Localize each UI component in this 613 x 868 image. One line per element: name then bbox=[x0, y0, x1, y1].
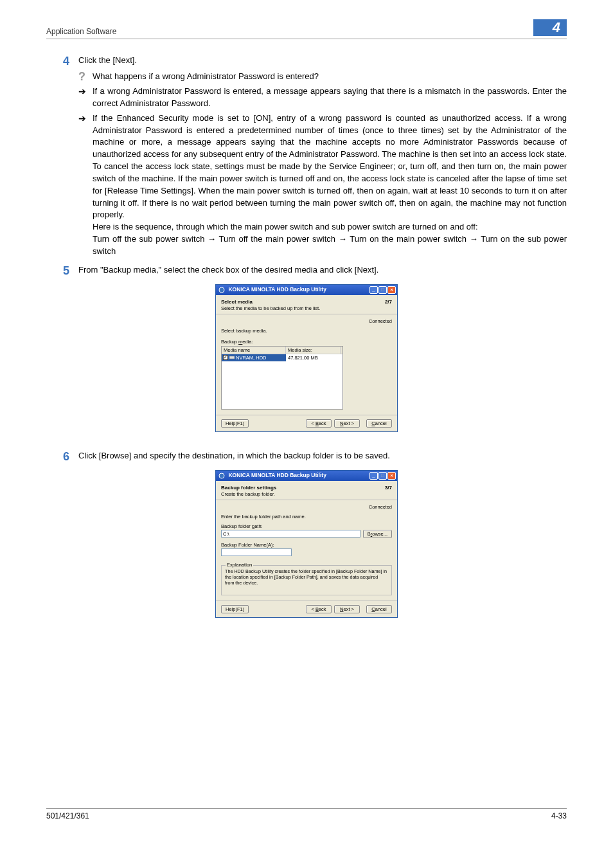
folder-name-input[interactable] bbox=[221, 548, 292, 556]
dialog-subheading: Create the backup folder. bbox=[221, 491, 276, 497]
svg-point-2 bbox=[219, 473, 224, 478]
svg-rect-1 bbox=[229, 356, 235, 359]
next-button[interactable]: Next > bbox=[334, 419, 360, 428]
connected-status: Connected bbox=[221, 318, 392, 324]
step-number: 6 bbox=[63, 450, 69, 463]
select-media-label: Select backup media. bbox=[221, 328, 392, 334]
step-5: 5 From "Backup media," select the check … bbox=[46, 264, 567, 278]
window-title: KONICA MINOLTA HDD Backup Utility bbox=[228, 286, 326, 293]
path-input[interactable]: C:\ bbox=[221, 530, 360, 538]
explanation-legend: Explanation bbox=[226, 562, 253, 568]
cancel-button[interactable]: Cancel bbox=[366, 605, 392, 613]
explanation-fieldset: Explanation The HDD Backup Utility creat… bbox=[221, 565, 392, 595]
answer-text-1: If a wrong Administrator Password is ent… bbox=[93, 86, 567, 110]
explanation-text: The HDD Backup Utility creates the folde… bbox=[225, 568, 388, 586]
step-number: 5 bbox=[63, 264, 69, 277]
path-label: Backup folder path: bbox=[221, 523, 392, 529]
dialog-subheading: Select the media to be backed up from th… bbox=[221, 305, 320, 311]
close-button[interactable]: × bbox=[387, 472, 396, 480]
dialog-heading: Select media bbox=[221, 299, 320, 305]
svg-point-0 bbox=[219, 287, 224, 293]
question-text: What happens if a wrong Administrator Pa… bbox=[93, 71, 567, 83]
question-icon: ? bbox=[78, 70, 85, 83]
folder-name-label: Backup Folder Name(A): bbox=[221, 542, 392, 548]
help-button[interactable]: Help(F1) bbox=[221, 605, 249, 613]
dialog-select-media: KONICA MINOLTA HDD Backup Utility _ □ × … bbox=[215, 284, 398, 432]
titlebar: KONICA MINOLTA HDD Backup Utility _ □ × bbox=[216, 471, 397, 481]
section-title: Application Software bbox=[46, 27, 116, 36]
step-number: 4 bbox=[63, 55, 69, 68]
page-footer: 501/421/361 4-33 bbox=[46, 808, 567, 820]
step-4: 4 Click the [Next]. bbox=[46, 55, 567, 68]
answer-row-1: ➔ If a wrong Administrator Password is e… bbox=[46, 86, 567, 110]
help-button[interactable]: Help(F1) bbox=[221, 419, 249, 428]
enter-path-label: Enter the backup folder path and name. bbox=[221, 514, 392, 520]
back-button[interactable]: < Back bbox=[306, 605, 332, 613]
app-icon bbox=[218, 473, 225, 479]
connected-status: Connected bbox=[221, 504, 392, 510]
app-icon bbox=[218, 287, 225, 293]
answer-text-2: If the Enhanced Security mode is set to … bbox=[93, 113, 567, 258]
arrow-icon: ➔ bbox=[78, 113, 86, 123]
step-text: Click the [Next]. bbox=[78, 55, 567, 67]
drive-icon bbox=[229, 355, 235, 360]
media-size: 47,821.00 MB bbox=[286, 354, 320, 361]
browse-button[interactable]: Browse... bbox=[363, 530, 392, 538]
media-row[interactable]: ✓ NVRAM, HDD 47,821.00 MB bbox=[222, 354, 342, 409]
footer-right: 4-33 bbox=[551, 811, 567, 820]
back-button[interactable]: < Back bbox=[306, 419, 332, 428]
column-media-name: Media name bbox=[222, 347, 286, 354]
minimize-button[interactable]: _ bbox=[369, 286, 378, 294]
footer-left: 501/421/361 bbox=[46, 811, 89, 820]
answer-row-2: ➔ If the Enhanced Security mode is set t… bbox=[46, 113, 567, 258]
chapter-number: 4 bbox=[533, 19, 567, 36]
page-indicator: 3/7 bbox=[385, 485, 392, 497]
media-name: NVRAM, HDD bbox=[236, 355, 267, 361]
window-title: KONICA MINOLTA HDD Backup Utility bbox=[228, 472, 326, 478]
close-button[interactable]: × bbox=[387, 286, 396, 294]
question-row: ? What happens if a wrong Administrator … bbox=[46, 71, 567, 83]
column-media-size: Media size: bbox=[286, 347, 341, 354]
page-indicator: 2/7 bbox=[385, 299, 392, 311]
dialog-heading: Backup folder settings bbox=[221, 485, 276, 491]
maximize-button: □ bbox=[378, 286, 387, 294]
next-button[interactable]: Next > bbox=[334, 605, 360, 613]
page-header: Application Software 4 bbox=[46, 19, 567, 39]
maximize-button: □ bbox=[378, 472, 387, 480]
media-checkbox[interactable]: ✓ bbox=[223, 355, 228, 360]
step-text: From "Backup media," select the check bo… bbox=[78, 264, 567, 276]
backup-media-label: Backup media: bbox=[221, 339, 392, 345]
step-6: 6 Click [Browse] and specify the destina… bbox=[46, 450, 567, 464]
dialog-backup-folder: KONICA MINOLTA HDD Backup Utility _ □ × … bbox=[215, 470, 398, 618]
media-list[interactable]: Media name Media size: ✓ NVRAM, HDD 47,8… bbox=[221, 346, 343, 410]
titlebar: KONICA MINOLTA HDD Backup Utility _ □ × bbox=[216, 285, 397, 295]
arrow-icon: ➔ bbox=[78, 86, 86, 96]
cancel-button[interactable]: Cancel bbox=[366, 419, 392, 428]
minimize-button[interactable]: _ bbox=[369, 472, 378, 480]
step-text: Click [Browse] and specify the destinati… bbox=[78, 450, 567, 462]
